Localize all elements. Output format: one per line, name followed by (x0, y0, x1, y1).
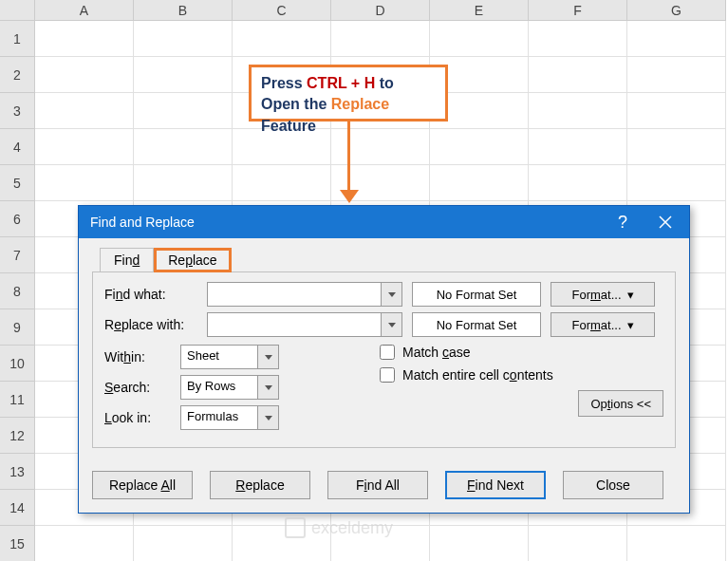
row-header[interactable]: 2 (0, 57, 35, 93)
row-header[interactable]: 5 (0, 165, 35, 201)
within-select[interactable]: Sheet (180, 345, 279, 369)
replace-with-dropdown[interactable] (382, 312, 402, 337)
cell[interactable] (627, 129, 726, 165)
row-header[interactable]: 15 (0, 526, 35, 561)
cell[interactable] (35, 129, 134, 165)
replace-with-combo (207, 312, 402, 337)
cell[interactable] (233, 21, 331, 57)
cell[interactable] (430, 165, 529, 201)
tab-find[interactable]: Find (100, 248, 154, 272)
find-what-dropdown[interactable] (382, 282, 402, 307)
cell[interactable] (35, 57, 134, 93)
cell[interactable] (529, 57, 627, 93)
cell[interactable] (430, 21, 529, 57)
find-next-button[interactable]: Find Next (445, 471, 546, 499)
select-all-corner[interactable] (0, 0, 35, 21)
help-button[interactable]: ? (604, 213, 642, 233)
cell[interactable] (233, 165, 331, 201)
cell[interactable] (134, 526, 233, 561)
col-header[interactable]: G (627, 0, 726, 21)
find-replace-dialog: Find and Replace ? Find Replace Find wha… (78, 205, 690, 514)
chevron-down-icon (265, 416, 272, 421)
replace-with-label: Replace with: (104, 317, 207, 332)
search-dropdown[interactable] (258, 375, 279, 400)
cell[interactable] (35, 21, 134, 57)
cell[interactable] (134, 165, 233, 201)
find-all-button[interactable]: Find All (327, 471, 428, 499)
cell[interactable] (529, 93, 627, 129)
tab-strip: Find Replace (100, 248, 676, 272)
caret-down-icon: ▾ (627, 318, 634, 332)
cell[interactable] (430, 129, 529, 165)
cell[interactable] (134, 21, 233, 57)
row-header[interactable]: 8 (0, 273, 35, 309)
cell[interactable] (627, 526, 726, 561)
cell[interactable] (627, 57, 726, 93)
replace-button[interactable]: Replace (210, 471, 310, 499)
col-header[interactable]: A (35, 0, 134, 21)
cell[interactable] (529, 165, 627, 201)
replace-all-button[interactable]: Replace All (92, 471, 193, 499)
cell[interactable] (627, 93, 726, 129)
row-header[interactable]: 10 (0, 346, 35, 382)
lookin-dropdown[interactable] (258, 405, 279, 430)
find-what-combo (207, 282, 402, 307)
dialog-titlebar[interactable]: Find and Replace ? (79, 206, 689, 238)
search-value: By Rows (180, 375, 258, 400)
row-header[interactable]: 4 (0, 129, 35, 165)
search-label: Search: (104, 380, 180, 395)
match-case-checkbox[interactable] (380, 345, 395, 360)
close-button[interactable] (642, 215, 689, 229)
cell[interactable] (134, 57, 233, 93)
cell[interactable] (35, 526, 134, 561)
row-header[interactable]: 6 (0, 201, 35, 237)
match-entire-checkbox[interactable] (380, 367, 395, 383)
row-header[interactable]: 7 (0, 237, 35, 273)
find-format-button[interactable]: Format...▾ (551, 282, 655, 307)
find-what-input[interactable] (207, 282, 382, 307)
cell[interactable] (627, 165, 726, 201)
cell[interactable] (35, 165, 134, 201)
cell[interactable] (627, 21, 726, 57)
find-what-label: Find what: (104, 287, 207, 302)
replace-with-input[interactable] (207, 312, 382, 337)
row-header[interactable]: 9 (0, 309, 35, 346)
row-header[interactable]: 14 (0, 490, 35, 526)
chevron-down-icon (388, 292, 396, 297)
row-header[interactable]: 12 (0, 418, 35, 454)
tab-replace[interactable]: Replace (154, 248, 231, 272)
cell[interactable] (529, 129, 627, 165)
col-header[interactable]: F (529, 0, 627, 21)
match-case-label: Match case (402, 345, 471, 360)
match-entire-label: Match entire cell contents (402, 367, 553, 383)
dialog-panel: Find what: No Format Set Format...▾ Repl… (92, 271, 676, 448)
cell[interactable] (134, 93, 233, 129)
within-label: Within: (104, 349, 180, 365)
arrow-head-icon (340, 190, 359, 203)
search-select[interactable]: By Rows (180, 375, 279, 400)
row-header[interactable]: 13 (0, 454, 35, 490)
find-format-preview: No Format Set (412, 282, 541, 307)
options-button[interactable]: Options << (578, 390, 663, 417)
row-header[interactable]: 1 (0, 21, 35, 57)
row-header[interactable]: 3 (0, 93, 35, 129)
instruction-callout: Press CTRL + H to Open the Replace Featu… (249, 65, 448, 122)
col-header[interactable]: E (430, 0, 529, 21)
cell[interactable] (35, 93, 134, 129)
col-header[interactable]: D (331, 0, 430, 21)
replace-format-button[interactable]: Format...▾ (551, 312, 655, 337)
row-header[interactable]: 11 (0, 382, 35, 418)
cell[interactable] (134, 129, 233, 165)
cell[interactable] (529, 21, 627, 57)
cell[interactable] (529, 526, 627, 561)
cell[interactable] (430, 526, 529, 561)
cell[interactable] (331, 129, 430, 165)
col-header[interactable]: B (134, 0, 233, 21)
watermark-text: exceldemy (311, 518, 393, 538)
close-dialog-button[interactable]: Close (563, 471, 663, 499)
cell[interactable] (331, 21, 430, 57)
lookin-select[interactable]: Formulas (180, 405, 279, 430)
chevron-down-icon (265, 385, 272, 390)
col-header[interactable]: C (233, 0, 331, 21)
within-dropdown[interactable] (258, 345, 279, 369)
